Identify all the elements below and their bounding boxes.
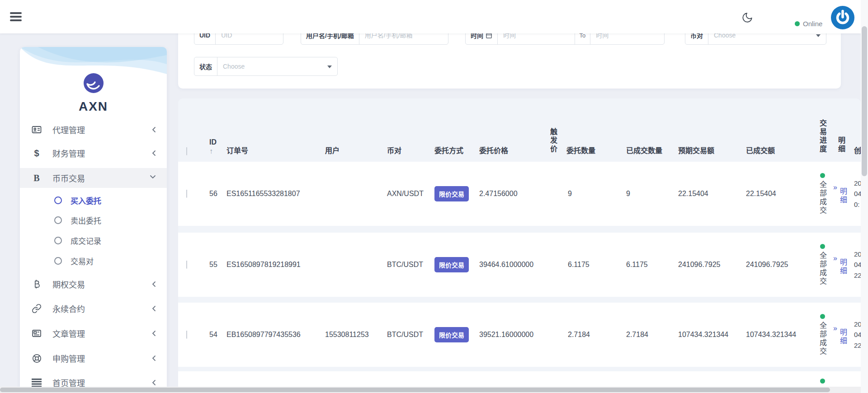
limit-order-badge: 限价交易 (434, 257, 469, 272)
header-expected-amount: 预期交易额 (676, 145, 744, 155)
row-checkbox[interactable] (186, 331, 187, 339)
sidebar-item-label: 申购管理 (52, 352, 85, 364)
header-user: 用户 (323, 145, 385, 155)
status-select[interactable]: Choose (217, 57, 337, 75)
double-chevron-icon: » (833, 325, 837, 332)
online-label: Online (803, 20, 822, 28)
cell-order-price: 39521.16000000 (477, 331, 547, 339)
vertical-scrollbar-thumb[interactable] (862, 26, 867, 176)
online-dot-icon (795, 21, 800, 26)
sidebar-item-finance[interactable]: $ 财务管理 (20, 143, 167, 163)
progress-complete-dot-icon (820, 173, 825, 178)
vertical-scrollbar[interactable] (861, 0, 868, 387)
cell-order-no: ES1651165533281807 (224, 190, 323, 198)
sidebar-item-label: 币币交易 (52, 172, 85, 184)
limit-order-badge: 限价交易 (434, 186, 469, 201)
sort-ascending-icon[interactable]: ↑ (209, 147, 224, 155)
sidebar-item-articles[interactable]: 文章管理 (20, 323, 167, 343)
detail-link[interactable]: » 明细 (831, 324, 852, 346)
app-logo[interactable] (830, 5, 855, 30)
cell-order-type: 限价交易 (432, 257, 477, 272)
cell-pair: BTC/USDT (385, 331, 432, 339)
cell-order-price: 2.47156000 (477, 190, 547, 198)
sidebar-subitem-buy-orders[interactable]: 买入委托 (20, 192, 167, 209)
cell-filled-qty: 6.1175 (624, 261, 676, 269)
sidebar-item-subscription[interactable]: 申购管理 (20, 348, 167, 368)
sidebar-item-label: 代理管理 (52, 124, 85, 136)
progress-complete-dot-icon (820, 314, 825, 319)
sidebar-item-perpetual[interactable]: 永续合约 (20, 299, 167, 318)
filter-status-group: 状态 Choose (194, 57, 338, 76)
header-order-qty: 委托数量 (564, 145, 624, 155)
horizontal-scrollbar-thumb[interactable] (0, 388, 830, 392)
detail-link[interactable]: » 明细 (831, 254, 852, 276)
cell-pair: AXN/USDT (385, 190, 432, 198)
cell-order-qty: 2.7184 (564, 331, 624, 339)
finance-icon: $ (31, 147, 42, 159)
cell-user: 15530811253 (323, 331, 385, 339)
menu-toggle-button[interactable] (10, 12, 22, 21)
brand-logo-icon (83, 72, 104, 94)
sidebar-item-options[interactable]: 期权交易 (20, 274, 167, 294)
horizontal-scrollbar[interactable] (0, 387, 861, 393)
cell-order-type: 限价交易 (432, 186, 477, 201)
cell-order-no: ES1650897819218991 (224, 261, 323, 269)
cell-id: 55 (203, 261, 224, 269)
header-created: 创 (852, 145, 861, 155)
cell-order-type: 限价交易 (432, 327, 477, 342)
header-progress: 交易进度 (811, 119, 831, 155)
articles-icon (31, 328, 42, 339)
sidebar-item-label: 永续合约 (52, 303, 85, 314)
caret-down-icon (816, 34, 821, 37)
header-order-type: 委托方式 (432, 145, 477, 155)
sidebar-item-spot-trading[interactable]: B 币币交易 (20, 168, 167, 188)
chevron-left-icon (152, 281, 156, 287)
cell-pair: BTC/USDT (385, 261, 432, 269)
status-label: 状态 (194, 57, 217, 75)
detail-link[interactable]: » 明细 (831, 183, 852, 205)
cell-filled-amount: 22.15404 (744, 190, 811, 198)
header-id[interactable]: ID ↑ (203, 138, 224, 155)
cell-progress (811, 371, 831, 384)
header-trigger-price: 触发价 (547, 128, 564, 155)
sidebar-subitem-sell-orders[interactable]: 卖出委托 (20, 211, 167, 229)
chevron-down-icon (150, 175, 156, 179)
cell-progress: 全部成交 (811, 244, 831, 286)
subscription-icon (31, 352, 42, 364)
radio-circle-icon (54, 216, 62, 224)
cell-expected-amount: 22.15404 (676, 190, 744, 198)
status-select-value: Choose (223, 63, 245, 70)
moon-icon (741, 12, 753, 23)
select-all-checkbox[interactable] (186, 147, 187, 155)
header-filled-amount: 已成交额 (744, 145, 811, 155)
sidebar-subitem-label: 成交记录 (71, 235, 101, 246)
radio-circle-icon (54, 196, 62, 204)
cell-expected-amount: 241096.7925 (676, 261, 744, 269)
header-pair: 币对 (385, 145, 432, 155)
row-checkbox[interactable] (186, 190, 187, 198)
sidebar-subitem-trade-records[interactable]: 成交记录 (20, 232, 167, 249)
cell-created: 20 04 22 (852, 319, 861, 351)
dark-mode-toggle[interactable] (741, 12, 753, 23)
sidebar-item-agents[interactable]: 代理管理 (20, 120, 167, 140)
chevron-left-icon (152, 126, 156, 133)
table-header-row: ID ↑ 订单号 用户 币对 委托方式 委托价格 触发价 委托数量 已成交数量 … (178, 98, 861, 162)
sidebar-subitem-trading-pairs[interactable]: 交易对 (20, 252, 167, 269)
double-chevron-icon: » (833, 255, 837, 262)
cell-progress: 全部成交 (811, 314, 831, 356)
sidebar-item-label: 文章管理 (52, 328, 85, 339)
radio-circle-icon (54, 237, 62, 244)
chevron-left-icon (152, 150, 156, 156)
table-row: 54 EB1650897797435536 15530811253 BTC/US… (178, 303, 861, 367)
scrollbar-corner (861, 387, 868, 393)
cell-order-qty: 6.1175 (564, 261, 624, 269)
sidebar-item-label: 财务管理 (52, 147, 85, 159)
header-detail: 明细 (831, 136, 852, 155)
limit-order-badge: 限价交易 (434, 327, 469, 342)
power-logo-icon (830, 5, 855, 30)
row-checkbox[interactable] (186, 261, 187, 269)
cell-order-qty: 9 (564, 190, 624, 198)
chevron-left-icon (152, 379, 156, 386)
cell-filled-amount: 107434.321344 (744, 331, 811, 339)
cell-order-price: 39464.61000000 (477, 261, 547, 269)
